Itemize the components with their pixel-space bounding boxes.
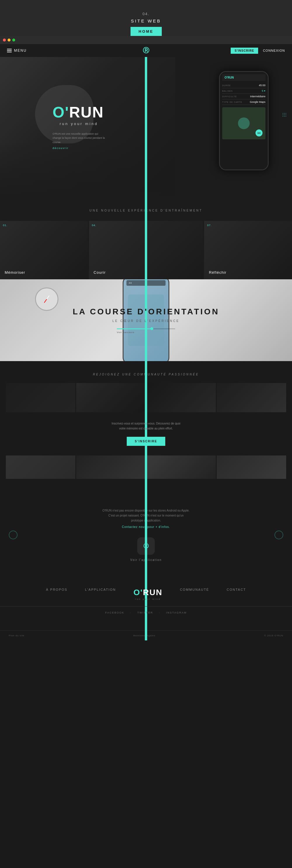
feature-card-reflechir: 07. Réfléchir bbox=[204, 221, 292, 279]
photo-cell-3 bbox=[147, 383, 216, 412]
phone-value-balises: 5 ▾ bbox=[262, 89, 265, 92]
hero-section: O'RUN run your mind O'RUN est une nouvel… bbox=[0, 57, 292, 197]
footer-mentions[interactable]: Mentions légales bbox=[133, 634, 155, 637]
footer-nav: À propos L'application O'RUN run your mi… bbox=[0, 588, 292, 600]
footer-nav-communaute[interactable]: Communauté bbox=[180, 588, 209, 600]
teal-circle-left bbox=[9, 531, 18, 539]
feature-label-3: Réfléchir bbox=[209, 270, 226, 275]
photo-cell-bottom-2 bbox=[76, 456, 146, 479]
phone-value-difficulte: Intermédiaire bbox=[250, 95, 265, 98]
photo-cell-1 bbox=[6, 383, 75, 412]
progress-container: Voir parcours bbox=[117, 329, 175, 334]
feature-num-2: 04. bbox=[92, 224, 97, 227]
nav-right: S'INSCRIRE CONNEXION bbox=[231, 48, 285, 54]
footer-facebook[interactable]: FACEBOOK bbox=[105, 611, 124, 614]
photo-cell-bottom-4 bbox=[217, 456, 286, 479]
scatter-dots bbox=[283, 113, 286, 117]
footer-twitter[interactable]: TWITTER bbox=[137, 611, 153, 614]
hero-logo-prefix: O' bbox=[53, 104, 69, 121]
cyan-bar-app bbox=[145, 491, 147, 579]
nav-logo[interactable]: Ⓡ bbox=[143, 46, 149, 55]
nav-logo-text: Ⓡ bbox=[143, 47, 149, 54]
hero-text-block: O'RUN run your mind O'RUN est une nouvel… bbox=[53, 104, 105, 150]
connexion-link[interactable]: CONNEXION bbox=[263, 49, 285, 52]
progress-dot bbox=[151, 327, 153, 330]
cover-section: 04. SITE WEB HOME bbox=[0, 0, 292, 36]
community-text: Inscrivez-vous et surprenez-vous. Découv… bbox=[108, 421, 184, 431]
footer-instagram[interactable]: INSTAGRAM bbox=[166, 611, 187, 614]
phone-map: GO bbox=[222, 107, 265, 140]
app-section: O'RUN n'est pas encore disponible sur le… bbox=[0, 491, 292, 579]
phone-label-balises: BALISES bbox=[222, 90, 233, 92]
browser-dot-red bbox=[3, 38, 6, 41]
phone-label-duree: DURÉE bbox=[222, 85, 231, 87]
feature-num-3: 07. bbox=[207, 224, 212, 227]
footer-logo-sub: run your mind bbox=[133, 598, 162, 600]
phone-app-logo: O'RUN bbox=[225, 76, 234, 79]
footer-plan[interactable]: Plan du site bbox=[9, 634, 25, 637]
website: MENU Ⓡ S'INSCRIRE CONNEXION O'RUN run yo… bbox=[0, 44, 292, 641]
hero-phone-mockup: O'RUN DURÉE 45:00 BALISES 5 ▾ DIFFICULTÉ… bbox=[219, 71, 269, 170]
phone-row-duree: DURÉE 45:00 bbox=[222, 83, 265, 88]
feature-card-memoriser: 01. Mémoriser bbox=[0, 221, 88, 279]
footer-social-links: FACEBOOK · TWITTER · INSTAGRAM bbox=[5, 611, 287, 614]
hero-description: O'RUN est une nouvelle application qui c… bbox=[53, 132, 105, 144]
community-center: Inscrivez-vous et surprenez-vous. Découv… bbox=[0, 412, 292, 455]
footer-social: FACEBOOK · TWITTER · INSTAGRAM bbox=[0, 606, 292, 619]
discover-link[interactable]: découvrir bbox=[53, 147, 105, 150]
phone-header: O'RUN bbox=[222, 74, 265, 81]
footer-divider-1: · bbox=[130, 611, 132, 614]
hamburger-menu[interactable] bbox=[7, 49, 12, 52]
feature-label-1: Mémoriser bbox=[5, 270, 25, 275]
photo-cell-4 bbox=[217, 383, 286, 412]
phone-go-button[interactable]: GO bbox=[256, 129, 262, 136]
community-section: REJOIGNEZ UNE COMMUNAUTÉ PASSIONNÉE Insc… bbox=[0, 361, 292, 491]
orientation-title: LA COURSE D'ORIENTATION bbox=[73, 307, 219, 316]
footer-copyright: © 2016 O'RUN bbox=[264, 634, 283, 637]
hero-tagline: run your mind bbox=[53, 122, 105, 126]
phone-screen: O'RUN DURÉE 45:00 BALISES 5 ▾ DIFFICULTÉ… bbox=[220, 72, 268, 169]
phone-row-balises: BALISES 5 ▾ bbox=[222, 88, 265, 94]
phone-value-carte: Google Maps bbox=[250, 100, 265, 103]
footer-nav-apropos[interactable]: À propos bbox=[46, 588, 67, 600]
cyan-vertical-bar bbox=[145, 57, 147, 197]
feature-label-2: Courir bbox=[94, 270, 106, 275]
browser-dot-yellow bbox=[8, 38, 10, 41]
browser-chrome bbox=[0, 36, 292, 44]
footer-nav-application[interactable]: L'application bbox=[85, 588, 116, 600]
training-section: UNE NOUVELLE EXPÉRIENCE D'ENTRAÎNEMENT bbox=[0, 197, 292, 221]
features-section: 01. Mémoriser 04. Courir 07. Réfléchir bbox=[0, 221, 292, 279]
navigation: MENU Ⓡ S'INSCRIRE CONNEXION bbox=[0, 44, 292, 57]
inscribe-button[interactable]: S'INSCRIRE bbox=[231, 48, 258, 54]
community-inscribe-button[interactable]: S'INSCRIRE bbox=[127, 437, 166, 446]
photo-cell-bottom-1 bbox=[6, 456, 75, 479]
cyan-bar-features bbox=[145, 221, 147, 279]
footer-logo: O'RUN bbox=[133, 588, 162, 597]
hero-logo: O'RUN bbox=[53, 104, 105, 120]
teal-circle-right bbox=[274, 531, 283, 539]
photo-cell-bottom-3 bbox=[147, 456, 216, 479]
orientation-content: LA COURSE D'ORIENTATION LE CŒUR DE L'EXP… bbox=[0, 307, 292, 334]
footer: À propos L'application O'RUN run your mi… bbox=[0, 579, 292, 641]
feature-num-1: 01. bbox=[3, 224, 8, 227]
footer-logo-area: O'RUN run your mind bbox=[133, 588, 162, 600]
progress-track bbox=[117, 329, 175, 329]
phone-label-difficulte: DIFFICULTÉ bbox=[222, 96, 237, 98]
phone-row-difficulte: DIFFICULTÉ Intermédiaire bbox=[222, 94, 265, 99]
browser-dot-green bbox=[12, 38, 15, 41]
cover-title: SITE WEB bbox=[131, 19, 161, 23]
nav-left: MENU bbox=[7, 49, 27, 53]
photo-cell-2 bbox=[76, 383, 146, 412]
phone-value-duree: 45:00 bbox=[259, 84, 265, 87]
orientation-subtitle: LE CŒUR DE L'EXPÉRIENCE bbox=[112, 319, 180, 322]
phone-row-carte: TYPE DE CARTE Google Maps bbox=[222, 99, 265, 105]
cyan-bar-training bbox=[145, 197, 147, 221]
footer-nav-contact[interactable]: Contact bbox=[227, 588, 246, 600]
progress-label: Voir parcours bbox=[117, 331, 175, 334]
cover-home-badge: HOME bbox=[131, 27, 162, 36]
menu-label: MENU bbox=[14, 49, 27, 53]
phone-label-carte: TYPE DE CARTE bbox=[222, 101, 242, 103]
compass-needle bbox=[44, 296, 50, 303]
orientation-section: :43 LA COURSE D'ORIENTATION LE CŒUR DE L… bbox=[0, 279, 292, 361]
footer-divider-2: · bbox=[159, 611, 160, 614]
